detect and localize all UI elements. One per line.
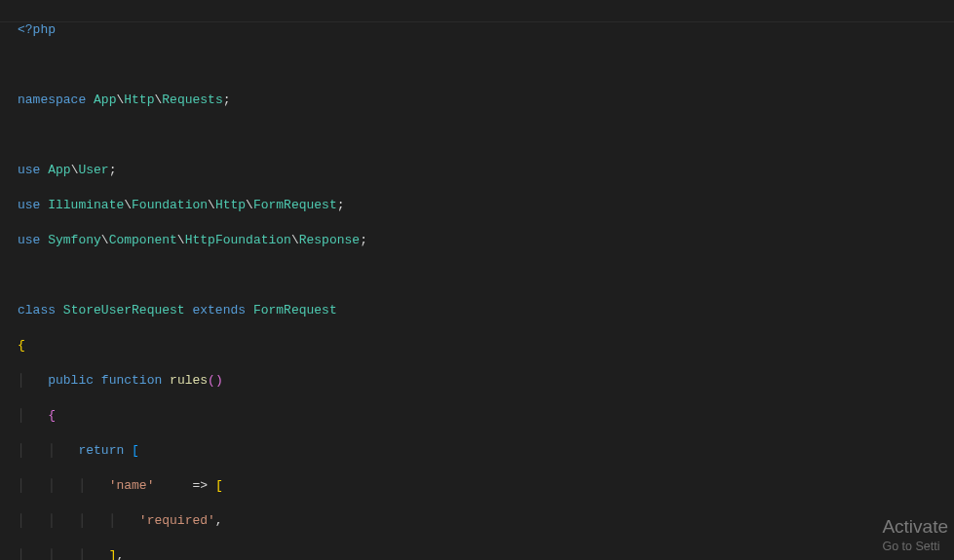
code-line: use Illuminate\Foundation\Http\FormReque… — [18, 197, 954, 214]
ns-part: Http — [215, 198, 246, 212]
ns-part: Component — [109, 233, 177, 247]
ns-part: App — [94, 93, 116, 107]
ns-part: Http — [124, 93, 154, 107]
backslash: \ — [291, 233, 299, 247]
function-name: rules — [170, 373, 208, 388]
comma: , — [116, 548, 124, 560]
ns-part: Foundation — [132, 198, 208, 212]
class-name: FormRequest — [253, 303, 337, 317]
editor-divider — [0, 21, 954, 22]
ns-part: Response — [299, 233, 360, 247]
bracket-open: [ — [215, 478, 223, 493]
paren-open: ( — [208, 373, 215, 388]
semicolon: ; — [360, 233, 367, 247]
keyword-use: use — [18, 198, 40, 212]
arrow: => — [192, 478, 208, 493]
blank-line — [18, 127, 954, 144]
keyword-return: return — [78, 443, 124, 458]
string-key: 'name' — [109, 478, 155, 493]
code-line: class StoreUserRequest extends FormReque… — [18, 302, 954, 319]
semicolon: ; — [109, 163, 117, 177]
blank-line — [18, 267, 954, 284]
code-line: │ public function rules() — [18, 372, 954, 390]
comma: , — [215, 513, 223, 528]
class-name: StoreUserRequest — [63, 303, 185, 317]
string-value: 'required' — [139, 513, 215, 528]
bracket-open: [ — [132, 443, 139, 458]
code-line: │ { — [18, 407, 954, 425]
ns-part: HttpFoundation — [185, 233, 291, 247]
backslash: \ — [101, 233, 109, 247]
keyword-namespace: namespace — [18, 93, 86, 107]
brace-open: { — [18, 338, 25, 353]
ns-part: App — [48, 163, 70, 177]
code-line: namespace App\Http\Requests; — [18, 92, 954, 109]
code-line: │ │ return [ — [18, 442, 954, 460]
ns-part: Symfony — [48, 233, 101, 247]
keyword-use: use — [18, 233, 40, 247]
blank-line — [18, 56, 954, 74]
keyword-use: use — [18, 163, 40, 177]
semicolon: ; — [223, 93, 231, 107]
code-line: use Symfony\Component\HttpFoundation\Res… — [18, 232, 954, 249]
keyword-public: public — [48, 373, 94, 388]
code-line: │ │ │ ], — [18, 547, 954, 560]
ns-part: Requests — [162, 93, 222, 107]
code-line: │ │ │ 'name' => [ — [18, 477, 954, 495]
keyword-extends: extends — [192, 303, 246, 317]
ns-part: Illuminate — [48, 198, 124, 212]
keyword-function: function — [101, 373, 162, 388]
backslash: \ — [124, 198, 132, 212]
semicolon: ; — [337, 198, 345, 212]
ns-part: FormRequest — [253, 198, 337, 212]
code-editor[interactable]: <?php namespace App\Http\Requests; use A… — [0, 0, 954, 560]
backslash: \ — [177, 233, 185, 247]
ns-part: User — [78, 163, 108, 177]
code-line: use App\User; — [18, 162, 954, 179]
code-line: <?php — [18, 21, 954, 39]
keyword-class: class — [18, 303, 56, 317]
code-line: { — [18, 337, 954, 355]
code-line: │ │ │ │ 'required', — [18, 512, 954, 530]
brace-open: { — [48, 408, 56, 423]
backslash: \ — [208, 198, 215, 212]
php-open-tag: <?php — [18, 22, 56, 37]
backslash: \ — [246, 198, 253, 212]
paren-close: ) — [215, 373, 223, 388]
